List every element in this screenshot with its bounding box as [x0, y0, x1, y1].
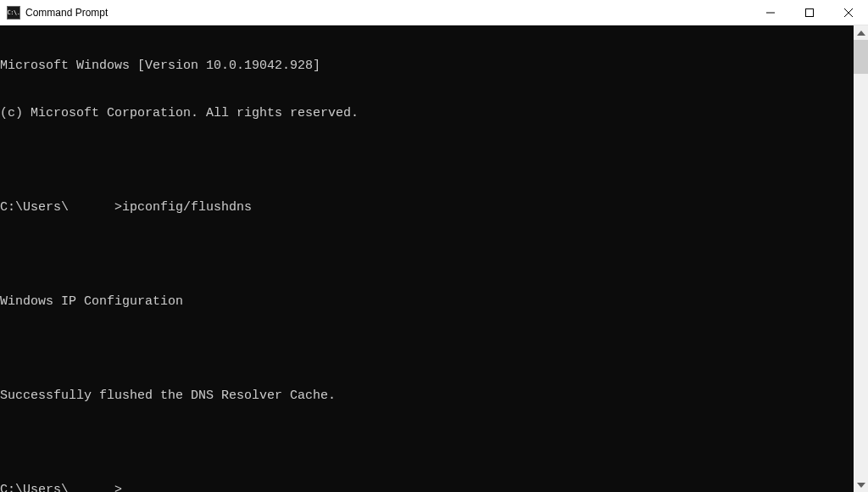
maximize-button[interactable]: [790, 0, 829, 25]
terminal-line: (c) Microsoft Corporation. All rights re…: [0, 106, 854, 122]
terminal-line: [0, 153, 854, 169]
terminal-line: Windows IP Configuration: [0, 294, 854, 310]
terminal-line: Microsoft Windows [Version 10.0.19042.92…: [0, 59, 854, 75]
app-icon: C:\.: [7, 6, 20, 20]
terminal-prompt-text: C:\Users\ >: [0, 483, 122, 493]
terminal-line: [0, 341, 854, 357]
scrollbar-track[interactable]: [854, 40, 868, 478]
close-button[interactable]: [829, 0, 868, 25]
window-title: Command Prompt: [25, 7, 751, 19]
terminal-line: C:\Users\ >ipconfig/flushdns: [0, 200, 854, 216]
scrollbar-thumb[interactable]: [854, 40, 868, 74]
terminal-area: Microsoft Windows [Version 10.0.19042.92…: [0, 25, 868, 492]
svg-rect-1: [806, 8, 814, 16]
terminal-line: [0, 435, 854, 451]
terminal-line: Successfully flushed the DNS Resolver Ca…: [0, 389, 854, 405]
vertical-scrollbar[interactable]: [854, 25, 868, 492]
minimize-button[interactable]: [751, 0, 790, 25]
terminal-output[interactable]: Microsoft Windows [Version 10.0.19042.92…: [0, 25, 854, 492]
window-controls: [751, 0, 868, 25]
scroll-up-arrow-icon[interactable]: [854, 25, 868, 40]
scroll-down-arrow-icon[interactable]: [854, 478, 868, 492]
terminal-prompt-line: C:\Users\ >: [0, 483, 854, 493]
terminal-line: [0, 247, 854, 263]
titlebar[interactable]: C:\. Command Prompt: [0, 0, 868, 25]
